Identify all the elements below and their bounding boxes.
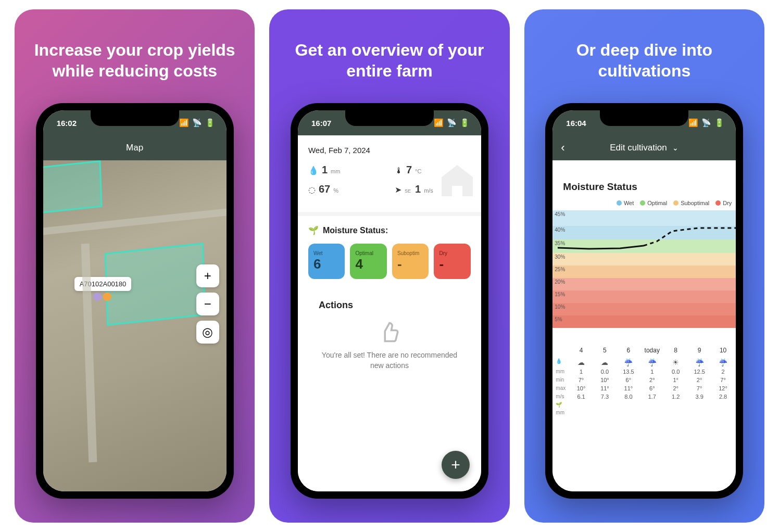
forecast-row-wind: m/s 6.1 7.3 8.0 1.7 1.2 3.9 2.8 [554,392,735,401]
moisture-chart[interactable]: 45% 40% 35% 30% 25% 20% 15% 10% 5% [552,210,736,340]
signal-icon: 📶 [434,118,444,128]
add-action-fab[interactable]: + [442,451,470,479]
zoom-out-button[interactable]: − [196,293,219,315]
signal-icon: 📶 [179,118,189,128]
zoom-in-button[interactable]: + [196,264,219,287]
promo-card-1: Increase your crop yields while reducing… [15,9,255,523]
status-time: 16:07 [311,119,331,128]
promo-title-1: Increase your crop yields while reducing… [15,9,255,103]
wind-icon: ➤ [395,185,401,195]
phone-notch [91,110,179,126]
overview-body: Wed, Feb 7, 2024 💧 1 mm 🌡 7 °C [298,135,481,491]
moisture-tile-dry[interactable]: Dry - [434,244,471,279]
status-icons: 📶 📡 🔋 [179,118,215,128]
cultivation-body: Moisture Status Wet Optimal Suboptimal D… [552,160,736,491]
status-icons: 📶 📡 🔋 [688,118,724,128]
sensor-pins[interactable] [93,293,111,301]
forecast-row-extra: 🌱 [554,401,735,409]
wifi-icon: 📡 [447,118,457,128]
wifi-icon: 📡 [192,118,202,128]
promo-title-3: Or deep dive into cultivations [524,9,764,103]
locate-button[interactable]: ◎ [196,321,219,344]
signal-icon: 📶 [688,118,698,128]
promo-card-3: Or deep dive into cultivations 16:04 📶 📡… [524,9,764,523]
wifi-icon: 📡 [701,118,711,128]
moisture-tile-wet[interactable]: Wet 6 [308,244,345,279]
field-id-label[interactable]: A70102A00180 [74,277,132,291]
chart-legend: Wet Optimal Suboptimal Dry [552,200,736,210]
moisture-heading: Moisture Status: [323,226,388,235]
moisture-tile-optimal[interactable]: Optimal 4 [350,244,387,279]
app-header-cultivation: ‹ Edit cultivation ⌄ [552,135,736,160]
map-view[interactable]: A70102A00180 + − ◎ [43,160,227,491]
status-time: 16:02 [57,119,77,128]
moisture-chart-title: Moisture Status [552,160,736,200]
weather-humidity: ◌ 67 % [308,183,384,195]
promo-card-2: Get an overview of your entire farm 16:0… [269,9,509,523]
sprout-icon: 🌱 [554,401,569,409]
screen-title: Map [126,143,143,153]
actions-heading: Actions [319,300,460,311]
humidity-icon: ◌ [308,185,316,195]
moisture-line [552,210,736,340]
actions-empty-msg: You're all set! There are no recommended… [319,350,460,371]
forecast-row-min: min 7° 10° 6° 2° 1° 2° 7° [554,376,735,384]
app-header-map: Map [43,135,227,160]
thumbs-up-icon [379,321,400,343]
edit-cultivation-dropdown[interactable]: Edit cultivation ⌄ [610,143,679,153]
forecast-days: 4 5 6 today 8 9 10 [554,344,735,357]
thermometer-icon: 🌡 [395,166,403,175]
back-button[interactable]: ‹ [561,141,564,155]
forecast-icons: 💧 ☁ ☁ ☔ ☔ ☀ ☔ ☔ [554,357,735,368]
weather-precip: 💧 1 mm [308,164,384,176]
moisture-tiles: Wet 6 Optimal 4 Suboptim - Dry [308,244,471,279]
droplet-icon: 💧 [308,166,319,175]
phone-frame-3: 16:04 📶 📡 🔋 ‹ Edit cultivation ⌄ Moistur… [545,103,743,499]
battery-icon: 🔋 [205,118,215,128]
field-polygon[interactable] [43,160,103,213]
battery-icon: 🔋 [714,118,724,128]
status-time: 16:04 [566,119,586,128]
forecast-row-max: max 10° 11° 11° 6° 2° 7° 12° [554,384,735,392]
actions-section: Actions You're all set! There are no rec… [308,283,471,381]
phone-frame-1: 16:02 📶 📡 🔋 Map A70102A00180 + − ◎ [36,103,234,499]
battery-icon: 🔋 [460,118,470,128]
chevron-down-icon: ⌄ [672,144,679,152]
forecast-row-mm: mm 1 0.0 13.5 1 0.0 12.5 2 [554,368,735,376]
status-icons: 📶 📡 🔋 [434,118,470,128]
weather-summary: 💧 1 mm 🌡 7 °C ◌ 67 % ➤ [298,164,481,208]
moisture-section: 🌱Moisture Status: Wet 6 Optimal 4 Subopt… [298,212,481,381]
forecast-row-extra-label: mm [554,409,735,416]
phone-notch [600,110,688,126]
water-drop-icon: 💧 [554,357,569,368]
barn-icon [436,160,478,211]
phone-frame-2: 16:07 📶 📡 🔋 Wed, Feb 7, 2024 💧 1 mm [291,103,488,499]
phone-notch [345,110,434,126]
forecast-table: 4 5 6 today 8 9 10 💧 ☁ ☁ ☔ ☔ ☀ [552,340,736,420]
moisture-tile-suboptimal[interactable]: Suboptim - [392,244,429,279]
sprout-icon: 🌱 [308,225,319,235]
promo-title-2: Get an overview of your entire farm [269,9,509,103]
map-controls: + − ◎ [196,264,219,344]
